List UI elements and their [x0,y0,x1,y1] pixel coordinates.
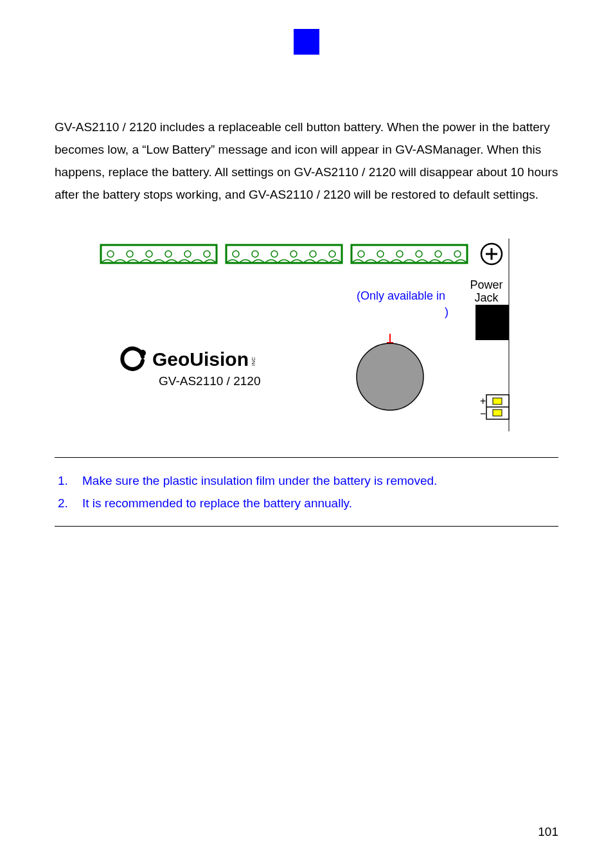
svg-point-10 [252,251,258,257]
header-square [294,29,319,55]
device-diagram: Power Jack (Only available in ) GeoUisio… [55,239,558,431]
svg-rect-26 [475,305,509,340]
note-text: Make sure the plastic insulation film un… [82,469,437,492]
notes-box: 1. Make sure the plastic insulation film… [55,457,558,527]
svg-point-16 [358,251,364,257]
note-text: It is recommended to replace the battery… [82,492,352,514]
page-number: 101 [538,825,558,839]
svg-point-13 [310,251,316,257]
svg-rect-34 [493,398,502,404]
svg-point-18 [396,251,403,257]
svg-point-20 [435,251,441,257]
note-num: 2. [58,492,71,514]
svg-point-17 [377,251,384,257]
svg-point-4 [146,251,152,257]
svg-point-21 [454,251,461,257]
svg-point-11 [271,251,278,257]
svg-point-19 [416,251,422,257]
avail-l1: (Only available in [357,289,445,302]
note-num: 1. [58,469,71,492]
svg-point-5 [165,251,172,257]
svg-point-7 [204,251,210,257]
svg-point-12 [290,251,297,257]
svg-point-6 [184,251,191,257]
logo-text: GeoUision [152,348,249,370]
power-text-l1: Power [470,278,502,291]
svg-point-30 [139,350,146,356]
plus-label: + [480,395,486,406]
svg-point-3 [127,251,133,257]
power-text-l2: Jack [474,291,499,304]
svg-point-9 [233,251,239,257]
svg-text:INC: INC [251,357,256,366]
model-text: GV-AS2110 / 2120 [159,374,260,388]
svg-point-14 [329,251,335,257]
svg-point-2 [107,251,114,257]
svg-point-29 [357,343,423,410]
note-item: 1. Make sure the plastic insulation film… [58,469,558,492]
svg-rect-35 [493,410,502,416]
note-item: 2. It is recommended to replace the batt… [58,492,558,514]
avail-l2: ) [445,305,449,318]
body-paragraph: GV-AS2110 / 2120 includes a replaceable … [55,116,558,206]
minus-label: − [480,408,486,419]
